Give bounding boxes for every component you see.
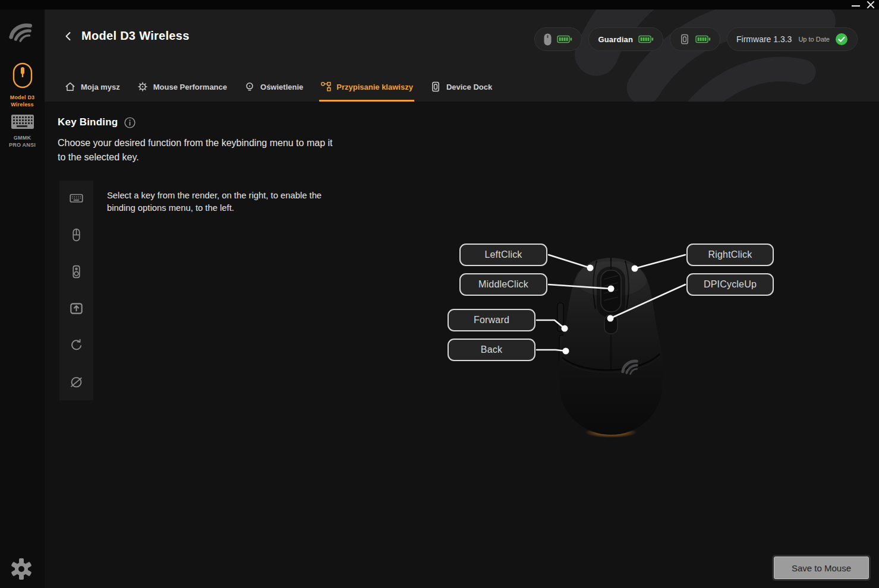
- render-hint: Select a key from the render, on the rig…: [107, 189, 336, 215]
- tab-mouse-performance[interactable]: Mouse Performance: [136, 81, 228, 102]
- firmware-version: Firmware 1.3.3: [736, 34, 792, 44]
- dpi-cycle-point[interactable]: [607, 315, 614, 322]
- minimize-icon[interactable]: [850, 0, 861, 10]
- keybind-icon: [320, 81, 331, 92]
- shortcut-icon[interactable]: [69, 301, 84, 316]
- check-circle-icon: [835, 33, 848, 46]
- firmware-status: Up to Date: [798, 36, 830, 43]
- status-pills: Guardian Firmware 1.3.3 Up to Date: [534, 27, 858, 51]
- middle-click-point[interactable]: [608, 286, 615, 292]
- binding-back-button[interactable]: Back: [448, 339, 535, 361]
- right-click-point[interactable]: [632, 265, 638, 272]
- save-to-mouse-button[interactable]: Save to Mouse: [774, 557, 869, 579]
- binding-rightclick-button[interactable]: RightClick: [686, 244, 774, 266]
- main-content: Model D3 Wireless Guardian: [45, 10, 879, 588]
- sidebar-item-label: Model D3 Wireless: [0, 94, 45, 108]
- tab-moja-mysz[interactable]: Moja mysz: [64, 81, 121, 102]
- back-point[interactable]: [563, 348, 569, 355]
- sidebar-item-model-d3[interactable]: Model D3 Wireless: [0, 62, 45, 108]
- cycle-icon[interactable]: [69, 338, 84, 353]
- close-icon[interactable]: [865, 0, 876, 10]
- binding-forward-button[interactable]: Forward: [448, 309, 535, 331]
- multimedia-icon[interactable]: [69, 264, 84, 279]
- section-title: Key Binding: [58, 116, 118, 128]
- sidebar-item-label: GMMK PRO ANSI: [0, 135, 45, 148]
- disable-icon[interactable]: [69, 375, 84, 390]
- info-icon[interactable]: [124, 117, 136, 128]
- tab-bar: Moja mysz Mouse Performance: [64, 81, 493, 102]
- gear-icon: [137, 81, 148, 92]
- glorious-logo: [7, 20, 37, 48]
- keyboard-icon[interactable]: [69, 191, 84, 206]
- glorious-core-app: Model D3 Wireless GMMK PRO ANSI: [0, 0, 879, 588]
- battery-icon: [557, 35, 572, 43]
- mouse-render-area: LeftClick MiddleClick Forward Back Right…: [440, 233, 785, 447]
- dock-icon: [679, 34, 690, 45]
- section-description: Choose your desired function from the ke…: [58, 136, 337, 165]
- glorious-watermark-icon: [511, 10, 879, 102]
- tab-device-dock[interactable]: Device Dock: [429, 81, 493, 102]
- guardian-battery-pill: Guardian: [588, 27, 663, 51]
- mouse-battery-pill: [534, 27, 582, 51]
- firmware-pill: Firmware 1.3.3 Up to Date: [727, 27, 858, 51]
- keyboard-device-icon: [11, 114, 34, 129]
- mouse-icon[interactable]: [69, 227, 84, 242]
- battery-icon: [638, 35, 654, 43]
- page-title: Model D3 Wireless: [81, 29, 190, 43]
- mouse-icon: [544, 33, 552, 46]
- home-icon: [65, 81, 75, 92]
- tab-oswietlenie[interactable]: Oświetlenie: [243, 81, 304, 102]
- bulb-icon: [244, 81, 255, 92]
- window-titlebar: [0, 0, 879, 10]
- guardian-label: Guardian: [598, 35, 633, 44]
- battery-icon: [695, 35, 711, 43]
- binding-leftclick-button[interactable]: LeftClick: [459, 244, 547, 266]
- settings-gear-icon[interactable]: [8, 556, 34, 582]
- sidebar-item-gmmk-pro[interactable]: GMMK PRO ANSI: [0, 114, 45, 148]
- mouse-device-icon: [11, 62, 34, 89]
- tab-przypisanie-klawiszy[interactable]: Przypisanie klawiszy: [319, 81, 414, 102]
- forward-point[interactable]: [562, 325, 568, 332]
- dock-battery-pill: [670, 27, 720, 51]
- binding-category-strip: [59, 181, 93, 400]
- dock-icon: [430, 81, 441, 92]
- binding-middleclick-button[interactable]: MiddleClick: [459, 273, 547, 296]
- device-sidebar: Model D3 Wireless GMMK PRO ANSI: [0, 10, 45, 588]
- device-header: Model D3 Wireless Guardian: [45, 10, 879, 102]
- binding-dpicycleup-button[interactable]: DPICycleUp: [686, 273, 774, 296]
- back-button[interactable]: [62, 30, 74, 42]
- left-click-point[interactable]: [587, 265, 594, 271]
